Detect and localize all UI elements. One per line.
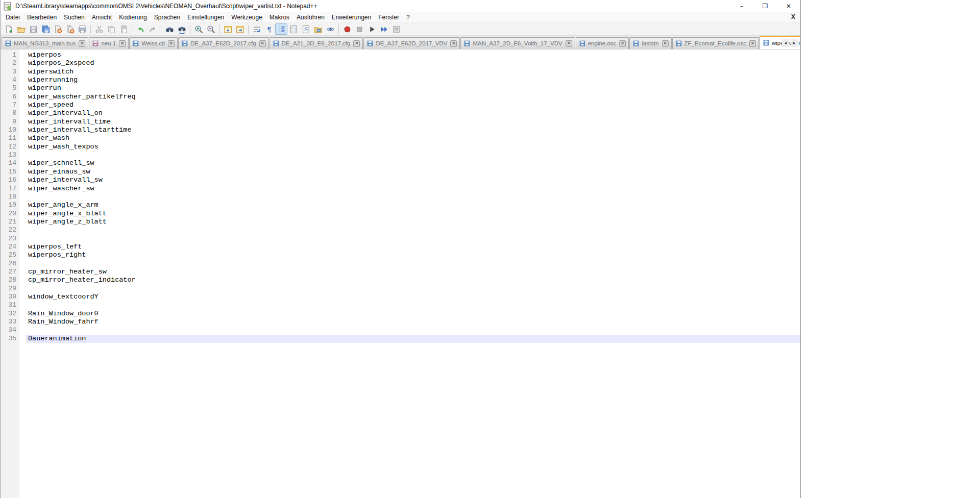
tab-scroll-right-icon[interactable]: ► xyxy=(791,39,798,47)
code-line-24[interactable]: wiperpos_left xyxy=(26,243,800,251)
menu-werkzeuge[interactable]: Werkzeuge xyxy=(228,13,265,22)
code-area[interactable]: wiperposwiperpos_2xspeedwiperswitchwiper… xyxy=(26,49,800,498)
code-line-28[interactable]: cp_mirror_heater_indicator xyxy=(26,276,800,284)
code-line-34[interactable] xyxy=(26,326,800,334)
tab-man-ng313-main-bus[interactable]: MAN_NG313_main.bus✕ xyxy=(2,37,88,49)
save-all-button[interactable] xyxy=(39,23,52,35)
print-button[interactable] xyxy=(76,23,88,35)
new-file-button[interactable] xyxy=(3,23,15,35)
code-line-10[interactable]: wiper_intervall_starttime xyxy=(26,126,800,134)
tab-close-icon[interactable]: ✕ xyxy=(353,40,360,47)
menu-kodierung[interactable]: Kodierung xyxy=(115,13,151,22)
zoom-in-button[interactable] xyxy=(192,23,205,35)
menu-datei[interactable]: Datei xyxy=(2,13,23,22)
sync-vertical-scroll-button[interactable] xyxy=(222,23,234,35)
code-line-11[interactable]: wiper_wash xyxy=(26,134,800,142)
menu-suchen[interactable]: Suchen xyxy=(60,13,88,22)
macro-play-button[interactable] xyxy=(365,23,378,35)
code-line-2[interactable]: wiperpos_2xspeed xyxy=(26,59,800,67)
minimize-button[interactable]: – xyxy=(730,0,753,12)
tab-de-a37-e62d-2017-vdv[interactable]: DE_A37_E62D_2017_VDV✕ xyxy=(363,37,460,49)
word-wrap-button[interactable] xyxy=(251,23,263,35)
code-line-29[interactable] xyxy=(26,285,800,293)
zoom-out-button[interactable] xyxy=(205,23,217,35)
code-line-9[interactable]: wiper_intervall_time xyxy=(26,118,800,126)
code-line-19[interactable]: wiper_angle_x_arm xyxy=(26,201,800,209)
tab-close-icon[interactable]: ✕ xyxy=(619,40,626,47)
tab-close-icon[interactable]: ✕ xyxy=(259,40,266,47)
document-map-button[interactable] xyxy=(287,23,300,35)
code-line-14[interactable]: wiper_schnell_sw xyxy=(26,159,800,167)
code-line-22[interactable] xyxy=(26,226,800,234)
tab-laststn[interactable]: laststn✕ xyxy=(629,37,671,49)
find-button[interactable] xyxy=(163,23,176,35)
menu-help[interactable]: ? xyxy=(403,13,413,22)
code-line-13[interactable] xyxy=(26,151,800,159)
code-line-5[interactable]: wiperrun xyxy=(26,84,800,92)
editor-pane[interactable]: 1234567891011121314151617181920212223242… xyxy=(1,49,800,498)
menubar-close-icon[interactable]: X xyxy=(791,13,795,20)
tab-close-icon[interactable]: ✕ xyxy=(662,40,669,47)
tab-close-icon[interactable]: ✕ xyxy=(168,40,175,47)
tab-close-icon[interactable]: ✕ xyxy=(749,40,756,47)
tab-scroll-left-icon[interactable]: ◄ xyxy=(782,39,789,47)
macro-record-button[interactable] xyxy=(341,23,353,35)
menu-erweiterungen[interactable]: Erweiterungen xyxy=(328,13,375,22)
code-line-8[interactable]: wiper_intervall_on xyxy=(26,109,800,117)
tab-de-a21-3d-e6-2017-cfg[interactable]: DE_A21_3D_E6_2017.cfg✕ xyxy=(270,37,363,49)
function-list-button[interactable]: f xyxy=(300,23,312,35)
code-line-3[interactable]: wiperswitch xyxy=(26,68,800,76)
code-line-4[interactable]: wiperrunning xyxy=(26,76,800,84)
code-line-31[interactable] xyxy=(26,301,800,309)
close-button[interactable]: ✕ xyxy=(777,0,800,12)
code-line-7[interactable]: wiper_speed xyxy=(26,101,800,109)
macro-run-multiple-button[interactable] xyxy=(378,23,390,35)
indent-guide-button[interactable] xyxy=(275,23,287,35)
menu-makros[interactable]: Makros xyxy=(266,13,293,22)
menu-ansicht[interactable]: Ansicht xyxy=(88,13,115,22)
code-line-15[interactable]: wiper_einaus_sw xyxy=(26,168,800,176)
show-all-characters-button[interactable]: ¶ xyxy=(263,23,275,35)
tab-weiss-cti[interactable]: Weiss.cti✕ xyxy=(129,37,178,49)
close-file-button[interactable] xyxy=(52,23,64,35)
code-line-1[interactable]: wiperpos xyxy=(26,51,800,59)
code-line-18[interactable] xyxy=(26,193,800,201)
menu-sprachen[interactable]: Sprachen xyxy=(151,13,184,22)
folder-as-workspace-button[interactable] xyxy=(312,23,324,35)
code-line-6[interactable]: wiper_wascher_partikelfreq xyxy=(26,93,800,101)
code-line-26[interactable] xyxy=(26,260,800,268)
tab-close-icon[interactable]: ✕ xyxy=(79,40,85,47)
code-line-12[interactable]: wiper_wash_texpos xyxy=(26,143,800,151)
replace-button[interactable] xyxy=(176,23,188,35)
code-line-33[interactable]: Rain_Window_fahrf xyxy=(26,318,800,326)
code-line-25[interactable]: wiperpos_right xyxy=(26,251,800,259)
code-line-21[interactable]: wiper_angle_z_blatt xyxy=(26,218,800,226)
code-line-32[interactable]: Rain_Window_door0 xyxy=(26,310,800,318)
code-line-23[interactable] xyxy=(26,235,800,243)
sync-horizontal-scroll-button[interactable] xyxy=(234,23,246,35)
tab-neu-1[interactable]: neu 1✕ xyxy=(89,37,129,49)
tab-close-icon[interactable]: ✕ xyxy=(566,40,572,47)
line-number: 25 xyxy=(1,251,16,259)
tab-zf-ecomat-ecolife-osc[interactable]: ZF_Ecomat_Ecolife.osc✕ xyxy=(672,37,759,49)
menu-bearbeiten[interactable]: Bearbeiten xyxy=(23,13,60,22)
tab-close-icon[interactable]: ✕ xyxy=(450,40,457,47)
menu-ausf-hren[interactable]: Ausführen xyxy=(293,13,328,22)
tab-engine-osc[interactable]: engine.osc✕ xyxy=(576,37,629,49)
code-line-16[interactable]: wiper_intervall_sw xyxy=(26,176,800,184)
tab-close-icon[interactable]: ✕ xyxy=(119,40,126,47)
menu-fenster[interactable]: Fenster xyxy=(375,13,403,22)
code-line-27[interactable]: cp_mirror_heater_sw xyxy=(26,268,800,276)
open-folder-button[interactable] xyxy=(15,23,27,35)
undo-button[interactable] xyxy=(134,23,146,35)
close-all-files-button[interactable] xyxy=(64,23,76,35)
code-line-35[interactable]: Daueranimation xyxy=(26,335,800,343)
code-line-17[interactable]: wiper_wascher_sw xyxy=(26,185,800,193)
code-line-30[interactable]: window_textcoordY xyxy=(26,293,800,301)
tab-man-a37-2d-e6-voith-17-vdv[interactable]: MAN_A37_2D_E6_Voith_17_VDV✕ xyxy=(460,37,575,49)
tab-de-a37-e62d-2017-cfg[interactable]: DE_A37_E62D_2017.cfg✕ xyxy=(178,37,269,49)
menu-einstellungen[interactable]: Einstellungen xyxy=(184,13,228,22)
monitoring-eye-button[interactable] xyxy=(324,23,336,35)
maximize-button[interactable]: ❐ xyxy=(753,0,777,12)
code-line-20[interactable]: wiper_angle_x_blatt xyxy=(26,210,800,218)
